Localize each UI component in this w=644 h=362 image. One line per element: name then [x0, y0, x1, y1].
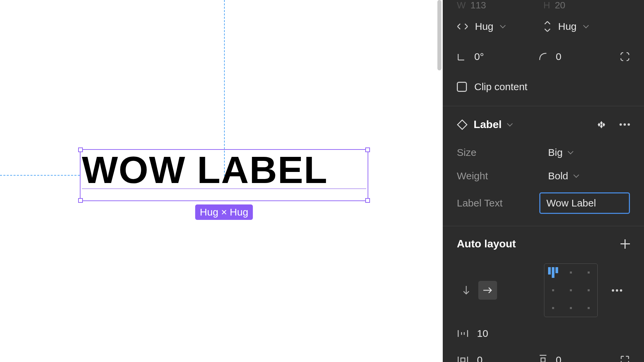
label-text-label: Label Text	[457, 197, 539, 209]
size-property-row: Size Big	[443, 141, 644, 164]
auto-layout-title: Auto layout	[457, 238, 516, 250]
chevron-down-icon	[500, 23, 506, 29]
corner-radius-icon	[538, 52, 548, 61]
horizontal-resize-value: Hug	[475, 21, 493, 32]
size-label: Size	[457, 147, 548, 158]
svg-rect-0	[461, 358, 465, 362]
height-label: H	[543, 0, 550, 11]
clip-content-label: Clip content	[474, 81, 527, 93]
auto-layout-direction-row	[443, 260, 644, 320]
chevron-down-icon	[568, 149, 574, 156]
vertical-direction-button[interactable]	[457, 281, 476, 300]
canvas-scrollbar[interactable]	[437, 0, 441, 70]
transform-row: 0° 0	[443, 42, 644, 71]
vertical-padding-value: 0	[556, 354, 561, 362]
chevron-down-icon	[583, 23, 589, 29]
resize-row: Hug Hug	[443, 11, 644, 42]
selection-size-badge: Hug × Hug	[195, 204, 253, 220]
horizontal-direction-button[interactable]	[478, 281, 497, 300]
size-value: Big	[548, 147, 562, 158]
component-name: Label	[474, 118, 502, 131]
chevron-down-icon	[574, 173, 580, 179]
horizontal-guide	[0, 175, 80, 176]
resize-handle-top-right[interactable]	[365, 147, 370, 152]
svg-rect-1	[541, 358, 545, 362]
properties-panel: W 113 H 20 Hug Hug 0° 0 Cl	[443, 0, 644, 362]
rotation-value: 0°	[474, 51, 484, 62]
resize-handle-top-left[interactable]	[78, 147, 83, 152]
vertical-resize-icon	[543, 21, 551, 32]
component-section-header: Label	[443, 106, 644, 141]
horizontal-padding-icon	[457, 355, 469, 362]
dimension-row: W 113 H 20	[443, 0, 644, 11]
individual-corners-icon[interactable]	[620, 52, 630, 62]
resize-handle-bottom-right[interactable]	[365, 198, 370, 203]
gap-row: 10	[443, 320, 644, 347]
label-text-property-row: Label Text	[443, 188, 644, 226]
horizontal-padding-input[interactable]: 0	[457, 354, 538, 362]
add-auto-layout-button[interactable]	[621, 239, 630, 249]
horizontal-resize-dropdown[interactable]: Hug	[457, 21, 543, 32]
gap-icon	[457, 329, 469, 338]
height-value[interactable]: 20	[555, 0, 565, 11]
width-label: W	[457, 0, 466, 11]
checkbox-icon	[457, 82, 467, 92]
horizontal-resize-icon	[457, 22, 468, 31]
component-diamond-icon	[457, 119, 468, 130]
size-dropdown[interactable]: Big	[548, 147, 574, 158]
alignment-grid[interactable]	[544, 263, 598, 317]
rotation-input[interactable]: 0°	[457, 51, 538, 62]
component-more-button[interactable]	[620, 123, 630, 126]
weight-label: Weight	[457, 170, 548, 182]
corner-radius-value: 0	[556, 51, 561, 62]
arrow-down-icon	[462, 285, 470, 295]
clip-content-checkbox[interactable]: Clip content	[443, 71, 644, 106]
canvas-area[interactable]: WOW LABEL Hug × Hug	[0, 0, 443, 362]
individual-padding-icon[interactable]	[620, 355, 630, 362]
weight-dropdown[interactable]: Bold	[548, 170, 580, 182]
vertical-resize-value: Hug	[558, 21, 577, 32]
angle-icon	[457, 52, 466, 61]
weight-property-row: Weight Bold	[443, 164, 644, 188]
variants-icon[interactable]	[597, 120, 606, 129]
resize-handle-bottom-left[interactable]	[78, 198, 83, 203]
component-name-dropdown[interactable]: Label	[474, 118, 513, 131]
selection-bounds[interactable]: Hug × Hug	[80, 149, 368, 201]
gap-input[interactable]: 10	[457, 328, 630, 339]
chevron-down-icon	[507, 122, 513, 128]
width-value[interactable]: 113	[470, 0, 486, 11]
vertical-padding-icon	[538, 354, 548, 362]
weight-value: Bold	[548, 170, 568, 182]
auto-layout-more-button[interactable]	[612, 289, 622, 292]
label-text-input[interactable]	[539, 192, 630, 214]
padding-row: 0 0	[443, 347, 644, 362]
gap-value: 10	[477, 328, 488, 339]
vertical-padding-input[interactable]: 0	[538, 354, 620, 362]
corner-radius-input[interactable]: 0	[538, 51, 620, 62]
vertical-resize-dropdown[interactable]: Hug	[543, 21, 630, 32]
auto-layout-header: Auto layout	[443, 226, 644, 260]
arrow-right-icon	[483, 286, 493, 294]
horizontal-padding-value: 0	[477, 354, 483, 362]
